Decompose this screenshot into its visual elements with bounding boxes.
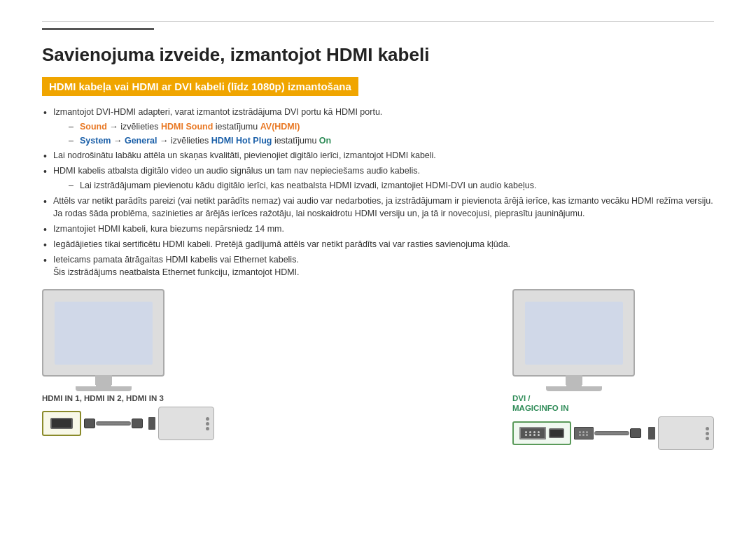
monitor-left [42, 289, 164, 391]
hdmi-plug-left [84, 419, 95, 428]
hdmi-hot-plug-label: HDMI Hot Plug [211, 136, 272, 146]
wire-left [96, 421, 131, 426]
diagram-left-label: HDMI IN 1, HDMI IN 2, HDMI IN 3 [42, 394, 164, 402]
port-dots-left [206, 417, 209, 430]
bullet-text: Iegādājieties tikai sertificētu HDMI kab… [53, 239, 510, 249]
dvi-pin [529, 431, 531, 433]
diagram-left: HDMI IN 1, HDMI IN 2, HDMI IN 3 [42, 289, 214, 440]
dvi-pin [529, 434, 531, 436]
port-dot [206, 417, 209, 421]
dvi-pin [525, 431, 527, 433]
sub-text-mid3: izvēlieties [171, 136, 211, 146]
left-connector-row [42, 407, 214, 440]
bullet-text: Lai nodrošinātu labāku attēla un skaņas … [53, 150, 436, 160]
dvi-plug-pins [579, 431, 589, 436]
main-title: Savienojuma izveide, izmantojot HDMI kab… [42, 44, 714, 66]
hdmi-mid-conn-right [648, 427, 655, 440]
sub-list-item: System → General → izvēlieties HDMI Hot … [67, 134, 714, 148]
bullet-text: Izmantojiet HDMI kabeli, kura biezums ne… [53, 224, 284, 234]
list-item: Iegādājieties tikai sertificētu HDMI kab… [42, 238, 714, 251]
sub-list: Sound → izvēlieties HDMI Sound iestatīju… [67, 120, 714, 148]
arrow1b: → [111, 136, 124, 146]
bullet-list: Izmantojot DVI-HDMI adapteri, varat izma… [42, 106, 714, 279]
dvi-pin [533, 434, 536, 436]
pin [586, 434, 588, 436]
dvi-port-slot [519, 427, 546, 440]
port-dot [706, 427, 709, 430]
list-item: HDMI kabelis atbalsta digitālo video un … [42, 164, 714, 192]
monitor-frame-left [42, 289, 164, 377]
list-item: Attēls var netikt parādīts pareizi (vai … [42, 195, 714, 221]
cable-section-right [574, 427, 655, 440]
bullet-text: Attēls var netikt parādīts pareizi (vai … [53, 196, 713, 219]
monitor-screen-left [55, 302, 153, 365]
right-connector-row [512, 416, 714, 450]
arrow2b: → [158, 136, 171, 146]
list-item: Izmantojiet HDMI kabeli, kura biezums ne… [42, 223, 714, 236]
diagram-right-label2: MAGICINFO IN [512, 404, 569, 412]
bullet-text: Izmantojot DVI-HDMI adapteri, varat izma… [53, 107, 382, 117]
pin [582, 434, 584, 436]
monitor-screen-right [525, 302, 623, 365]
sub-list-item: Sound → izvēlieties HDMI Sound iestatīju… [67, 120, 714, 134]
wire-right [594, 431, 629, 435]
port-dot [206, 422, 209, 426]
hdmi-port-slot-right [549, 428, 564, 438]
diagrams-row: HDMI IN 1, HDMI IN 2, HDMI IN 3 [42, 289, 714, 450]
dvi-pin [525, 434, 527, 436]
port-dot [706, 432, 709, 435]
monitor-frame-right [512, 289, 635, 377]
sub-text-mid: izvēlieties [120, 122, 161, 132]
hdmi-port-box [42, 411, 81, 436]
on-label: On [319, 136, 331, 146]
hdmi-plug-right [132, 419, 143, 428]
dvi-plug [574, 427, 594, 440]
hdmi-sound-label: HDMI Sound [161, 122, 213, 132]
top-rule [42, 21, 714, 22]
bullet-text: HDMI kabelis atbalsta digitālo video un … [53, 166, 420, 176]
sub-list-item: Lai izstrādājumam pievienotu kādu digitā… [67, 179, 714, 192]
bullet-text: Ieteicams pamata ātrāgaitas HDMI kabelis… [53, 255, 300, 278]
list-item: Ieteicams pamata ātrāgaitas HDMI kabelis… [42, 253, 714, 280]
pin [579, 434, 581, 436]
sub-list: Lai izstrādājumam pievienotu kādu digitā… [67, 179, 714, 192]
video-device-right [658, 416, 714, 450]
diagram-right-label1: DVI / [512, 394, 531, 402]
hdmi-mid-conn [148, 417, 155, 430]
sub-text-mid4: iestatījumu [272, 136, 318, 146]
hdmi-port-slot [50, 418, 73, 429]
video-device-left [158, 407, 214, 440]
monitor-base-left [76, 386, 132, 391]
monitor-base-right [546, 386, 602, 391]
list-item: Lai nodrošinātu labāku attēla un skaņas … [42, 149, 714, 162]
sub-text-mid2: iestatījumu [213, 122, 260, 132]
general-label: General [125, 136, 158, 146]
av-hdmi-label: AV(HDMI) [260, 122, 300, 132]
sound-label: Sound [80, 122, 107, 132]
dvi-port-box [512, 421, 571, 445]
dvi-pin [538, 431, 540, 433]
sub-text: Lai izstrādājumam pievienotu kādu digitā… [80, 181, 536, 190]
port-dot [206, 427, 209, 430]
list-item: Izmantojot DVI-HDMI adapteri, varat izma… [42, 106, 714, 147]
system-label: System [80, 136, 111, 146]
subtitle-bar: HDMI kabeļa vai HDMI ar DVI kabeli (līdz… [42, 77, 358, 96]
hdmi-port-inner [50, 418, 73, 429]
page: Savienojuma izveide, izmantojot HDMI kab… [0, 0, 756, 534]
subtitle-text: HDMI kabeļa vai HDMI ar DVI kabeli (līdz… [49, 80, 351, 92]
port-dot [706, 437, 709, 440]
accent-line [42, 28, 154, 30]
cable-section-left [84, 417, 155, 430]
hdmi-plug-right2 [630, 428, 641, 438]
port-dots-right [706, 427, 709, 440]
dvi-pin-grid [525, 431, 541, 436]
pin [582, 431, 584, 433]
pin [586, 431, 588, 433]
dvi-pin [533, 431, 536, 433]
diagram-right: DVI / MAGICINFO IN [512, 289, 714, 450]
dvi-pin [538, 434, 540, 436]
arrow1: → [107, 122, 120, 132]
pin [579, 431, 581, 433]
monitor-right [512, 289, 635, 391]
